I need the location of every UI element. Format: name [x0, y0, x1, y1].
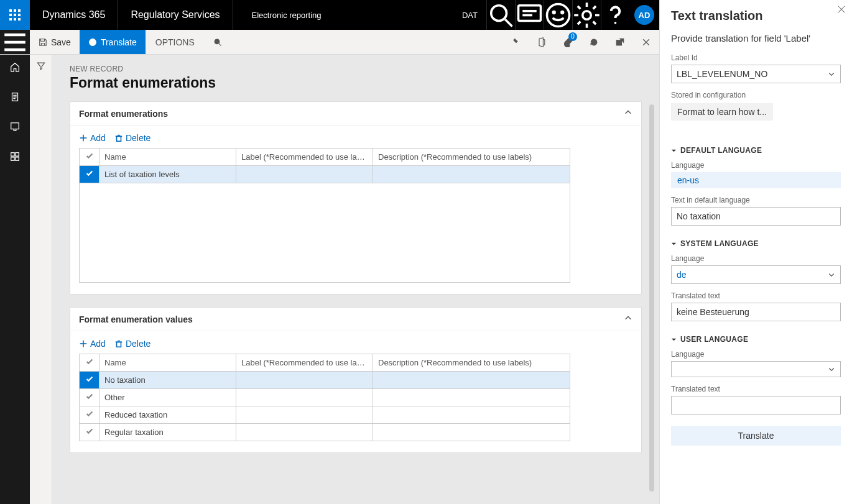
- default-language-value: en-us: [671, 172, 841, 188]
- cell-name[interactable]: No taxation: [100, 372, 236, 389]
- breadcrumb[interactable]: Electronic reporting: [233, 0, 340, 30]
- system-lang-section-header[interactable]: SYSTEM LANGUAGE: [671, 239, 841, 248]
- feedback-button[interactable]: [544, 0, 572, 30]
- card2-delete-label: Delete: [126, 339, 150, 349]
- card1-col-name[interactable]: Name: [100, 149, 236, 166]
- table-row[interactable]: No taxation: [80, 372, 570, 389]
- table-row[interactable]: Other: [80, 389, 570, 406]
- card1-col-description[interactable]: Description (*Recommended to use labels): [373, 149, 570, 166]
- filter-pane-toggle[interactable]: [30, 55, 52, 504]
- card2-header[interactable]: Format enumeration values: [70, 308, 641, 331]
- attachments-button[interactable]: 0: [555, 30, 581, 55]
- card1-add-button[interactable]: Add: [79, 133, 106, 143]
- close-button[interactable]: [633, 30, 659, 55]
- cell-name[interactable]: List of taxation levels: [100, 166, 236, 183]
- svg-rect-41: [116, 136, 121, 141]
- help-button[interactable]: [601, 0, 629, 30]
- panel-title: Text translation: [671, 9, 841, 23]
- page-title: Format enumerations: [70, 75, 642, 91]
- card2-select-all[interactable]: [80, 354, 100, 372]
- row-select[interactable]: [80, 424, 100, 441]
- cell-name[interactable]: Regular taxation: [100, 424, 236, 441]
- row-select[interactable]: [80, 406, 100, 424]
- panel-close-button[interactable]: [837, 5, 846, 16]
- brand-label[interactable]: Dynamics 365: [30, 0, 118, 30]
- row-select[interactable]: [80, 166, 100, 183]
- table-row[interactable]: Regular taxation: [80, 424, 570, 441]
- legal-entity[interactable]: DAT: [453, 11, 486, 20]
- row-select[interactable]: [80, 372, 100, 389]
- table-row[interactable]: Reduced taxation: [80, 406, 570, 424]
- user-language-combo[interactable]: [671, 361, 841, 377]
- cell-label[interactable]: [236, 406, 373, 424]
- default-lang-section-header[interactable]: DEFAULT LANGUAGE: [671, 146, 841, 155]
- cell-description[interactable]: [373, 166, 570, 183]
- cell-name[interactable]: Reduced taxation: [100, 406, 236, 424]
- actionbar-search-button[interactable]: [205, 30, 231, 54]
- user-lang-header-text: USER LANGUAGE: [680, 335, 748, 344]
- svg-rect-46: [116, 342, 121, 347]
- user-lang-section-header[interactable]: USER LANGUAGE: [671, 335, 841, 344]
- cell-description[interactable]: [373, 406, 570, 424]
- card1-header[interactable]: Format enumerations: [70, 102, 641, 126]
- document-icon: [9, 91, 21, 103]
- card2-delete-button[interactable]: Delete: [114, 339, 150, 349]
- refresh-button[interactable]: [581, 30, 607, 55]
- panel-translate-button[interactable]: Translate: [671, 426, 841, 446]
- cell-label[interactable]: [236, 389, 373, 406]
- table-row[interactable]: List of taxation levels: [80, 166, 570, 183]
- cell-label[interactable]: [236, 424, 373, 441]
- trash-icon: [114, 134, 123, 142]
- settings-button[interactable]: [572, 0, 601, 30]
- card1-delete-button[interactable]: Delete: [114, 133, 150, 143]
- options-button[interactable]: OPTIONS: [146, 30, 205, 54]
- check-icon: [85, 357, 94, 366]
- label-id-label: Label Id: [671, 53, 841, 62]
- row-select[interactable]: [80, 389, 100, 406]
- cell-description[interactable]: [373, 389, 570, 406]
- card2-col-label[interactable]: Label (*Recommended to use labels): [236, 354, 373, 372]
- svg-point-9: [491, 5, 507, 21]
- rail-recent[interactable]: [0, 88, 30, 106]
- check-icon: [85, 410, 94, 418]
- default-text-input[interactable]: No taxation: [671, 207, 841, 226]
- cell-description[interactable]: [373, 424, 570, 441]
- card2-col-description[interactable]: Description (*Recommended to use labels): [373, 354, 570, 372]
- scrollbar[interactable]: [649, 104, 654, 492]
- cell-label[interactable]: [236, 166, 373, 183]
- plus-icon: [79, 134, 88, 142]
- popout-button[interactable]: [607, 30, 633, 55]
- translate-button[interactable]: Translate: [80, 30, 146, 54]
- search-button[interactable]: [486, 0, 515, 30]
- svg-point-14: [547, 4, 570, 26]
- svg-point-15: [553, 11, 555, 13]
- system-language-combo[interactable]: de: [671, 265, 841, 284]
- app-launcher-button[interactable]: [0, 0, 30, 30]
- card2-col-name[interactable]: Name: [100, 354, 236, 372]
- card1-col-label[interactable]: Label (*Recommended to use labels): [236, 149, 373, 166]
- cell-name[interactable]: Other: [100, 389, 236, 406]
- check-icon: [85, 392, 94, 401]
- card1-delete-label: Delete: [126, 133, 150, 143]
- service-label[interactable]: Regulatory Services: [118, 0, 233, 30]
- card2-add-button[interactable]: Add: [79, 339, 106, 349]
- translate-label: Translate: [101, 37, 137, 47]
- label-id-combo[interactable]: LBL_LEVELENUM_NO: [671, 65, 841, 83]
- cell-label[interactable]: [236, 372, 373, 389]
- office-button[interactable]: [529, 30, 555, 55]
- cell-description[interactable]: [373, 372, 570, 389]
- panel-subtitle: Provide translation for field 'Label': [671, 33, 841, 44]
- system-language-label: Language: [671, 254, 841, 263]
- rail-modules[interactable]: [0, 148, 30, 165]
- rail-home[interactable]: [0, 58, 30, 76]
- nav-toggle-button[interactable]: [0, 30, 30, 54]
- messages-button[interactable]: [515, 0, 544, 30]
- svg-rect-35: [11, 153, 14, 156]
- system-text-input[interactable]: keine Besteuerung: [671, 303, 841, 321]
- user-text-input[interactable]: [671, 396, 841, 415]
- user-avatar[interactable]: AD: [634, 5, 654, 25]
- card1-select-all[interactable]: [80, 149, 100, 166]
- rail-workspaces[interactable]: [0, 118, 30, 135]
- link-button[interactable]: [502, 30, 529, 55]
- save-button[interactable]: Save: [30, 30, 80, 54]
